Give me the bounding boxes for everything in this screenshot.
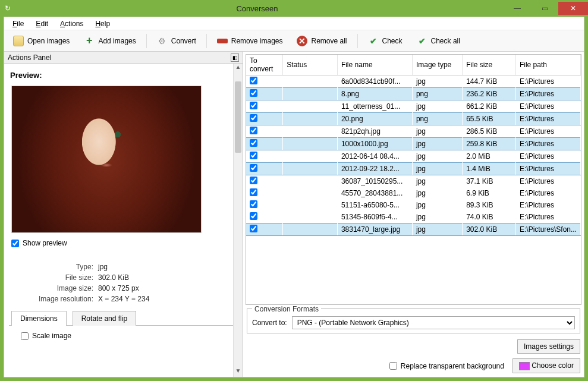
scroll-thumb[interactable] — [235, 81, 241, 153]
cell-filename: 20.png — [337, 113, 412, 125]
row-checkbox[interactable] — [250, 200, 257, 208]
window-title: Converseen — [11, 4, 504, 13]
folder-icon — [13, 36, 24, 46]
cell-type: jpg — [412, 211, 462, 223]
cell-size: 661.2 KiB — [463, 100, 516, 113]
check-all-icon: ✔ — [417, 36, 427, 46]
check-button[interactable]: ✔Check — [363, 33, 408, 49]
left-scrollbar[interactable]: ▲ ▼ — [233, 64, 243, 377]
cell-filename: 1000x1000.jpg — [337, 138, 412, 150]
row-checkbox[interactable] — [250, 127, 257, 134]
row-checkbox[interactable] — [250, 188, 257, 196]
row-checkbox[interactable] — [250, 114, 257, 122]
cell-filename: 3831470_large.jpg — [337, 223, 412, 236]
meta-filesize-value: 302.0 KiB — [98, 273, 129, 282]
actions-panel-title: Actions Panel — [8, 53, 51, 62]
table-row[interactable]: 45570_28043881...jpg6.9 KiBE:\Pictures — [246, 187, 581, 199]
convert-to-select[interactable]: PNG - (Portable Network Graphics) — [292, 316, 575, 329]
table-row[interactable]: 51345-8609f6-4...jpg74.0 KiBE:\Pictures — [246, 211, 581, 223]
cell-status — [283, 75, 338, 88]
color-swatch — [519, 362, 530, 370]
row-checkbox[interactable] — [250, 177, 257, 184]
table-row[interactable]: 1000x1000.jpgjpg259.8 KiBE:\Pictures — [246, 138, 581, 150]
row-checkbox[interactable] — [250, 102, 257, 109]
cell-filename: 8.png — [337, 88, 412, 100]
cell-size: 89.3 KiB — [463, 199, 516, 211]
col-filepath[interactable]: File path — [515, 55, 580, 75]
replace-bg-checkbox[interactable]: Replace transparent background — [389, 362, 504, 370]
scroll-down-icon[interactable]: ▼ — [234, 367, 243, 377]
meta-resolution-label: Image resolution: — [9, 295, 98, 303]
cell-path: E:\Pictures — [515, 150, 580, 163]
minimize-button[interactable]: — — [504, 2, 531, 15]
gear-icon: ⚙ — [157, 36, 168, 46]
meta-filesize-label: File size: — [9, 273, 98, 282]
cell-status — [283, 150, 338, 163]
cell-path: E:\Pictures — [515, 175, 580, 188]
title-bar: ↻ Converseen — ▭ ✕ — [0, 0, 588, 17]
cell-filename: 51151-a65080-5... — [337, 199, 412, 211]
separator — [206, 34, 207, 48]
row-checkbox[interactable] — [250, 225, 257, 232]
meta-imagesize-label: Image size: — [9, 284, 98, 292]
cell-path: E:\Pictures — [515, 75, 580, 88]
close-button[interactable]: ✕ — [558, 2, 588, 15]
table-row[interactable]: 51151-a65080-5...jpg89.3 KiBE:\Pictures — [246, 199, 581, 211]
open-images-button[interactable]: Open images — [8, 33, 75, 49]
show-preview-checkbox[interactable]: Show preview — [11, 239, 235, 247]
col-filename[interactable]: File name — [337, 55, 412, 75]
tab-rotate-flip[interactable]: Rotate and flip — [73, 311, 136, 326]
cell-type: jpg — [412, 75, 462, 88]
cell-status — [283, 211, 338, 223]
col-toconvert[interactable]: To convert — [246, 55, 283, 75]
cell-type: jpg — [412, 175, 462, 188]
col-filesize[interactable]: File size — [463, 55, 516, 75]
menu-help[interactable]: Help — [90, 18, 115, 29]
row-checkbox[interactable] — [250, 164, 257, 172]
scale-image-checkbox[interactable]: Scale image — [21, 332, 232, 340]
cell-status — [283, 223, 338, 236]
row-checkbox[interactable] — [250, 89, 257, 97]
add-images-button[interactable]: +Add images — [78, 33, 141, 49]
cell-size: 144.7 KiB — [463, 75, 516, 88]
menu-actions[interactable]: Actions — [55, 18, 88, 29]
preview-image — [11, 86, 202, 233]
scroll-up-icon[interactable]: ▲ — [234, 64, 243, 73]
images-settings-button[interactable]: Images settings — [517, 339, 580, 354]
col-status[interactable]: Status — [283, 55, 338, 75]
col-imagetype[interactable]: Image type — [412, 55, 462, 75]
table-row[interactable]: 2012-09-22 18.2...jpg1.4 MiBE:\Pictures — [246, 163, 581, 175]
menu-edit[interactable]: Edit — [31, 18, 53, 29]
choose-color-button[interactable]: Choose color — [512, 358, 580, 373]
cell-path: E:\Pictures — [515, 187, 580, 199]
row-checkbox[interactable] — [250, 212, 257, 220]
table-row[interactable]: 2012-06-14 08.4...jpg2.0 MiBE:\Pictures — [246, 150, 581, 163]
maximize-button[interactable]: ▭ — [531, 2, 558, 15]
table-row[interactable]: 20.pngpng65.5 KiBE:\Pictures — [246, 113, 581, 125]
table-row[interactable]: 36087_10150295...jpg37.1 KiBE:\Pictures — [246, 175, 581, 188]
remove-images-button[interactable]: Remove images — [212, 34, 288, 48]
table-row[interactable]: 8.pngpng236.2 KiBE:\Pictures — [246, 88, 581, 100]
menu-file[interactable]: File — [8, 18, 29, 29]
remove-all-button[interactable]: ✕Remove all — [291, 33, 352, 49]
tab-dimensions[interactable]: Dimensions — [11, 311, 67, 326]
cell-size: 286.5 KiB — [463, 125, 516, 138]
cell-status — [283, 138, 338, 150]
cell-size: 259.8 KiB — [463, 138, 516, 150]
cell-size: 236.2 KiB — [463, 88, 516, 100]
row-checkbox[interactable] — [250, 77, 257, 84]
check-all-button[interactable]: ✔Check all — [411, 33, 466, 49]
table-row[interactable]: 821p2qh.jpgjpg286.5 KiBE:\Pictures — [246, 125, 581, 138]
cell-path: E:\Pictures — [515, 211, 580, 223]
row-checkbox[interactable] — [250, 139, 257, 147]
cell-filename: 2012-06-14 08.4... — [337, 150, 412, 163]
table-row[interactable]: 3831470_large.jpgjpg302.0 KiBE:\Pictures… — [246, 223, 581, 236]
refresh-icon[interactable]: ↻ — [5, 4, 11, 12]
undock-button[interactable]: ◧ — [231, 53, 239, 62]
table-row[interactable]: 11_otterness_01...jpg661.2 KiBE:\Picture… — [246, 100, 581, 113]
row-checkbox[interactable] — [250, 152, 257, 159]
menu-bar: File Edit Actions Help — [4, 17, 584, 30]
cell-filename: 11_otterness_01... — [337, 100, 412, 113]
convert-button[interactable]: ⚙Convert — [152, 33, 202, 49]
table-row[interactable]: 6a00d8341cb90f...jpg144.7 KiBE:\Pictures — [246, 75, 581, 88]
